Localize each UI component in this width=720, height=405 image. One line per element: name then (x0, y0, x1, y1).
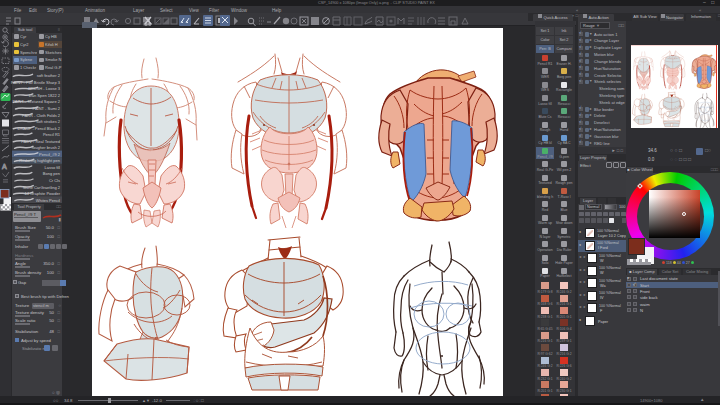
svg-text:A: A (2, 163, 7, 170)
